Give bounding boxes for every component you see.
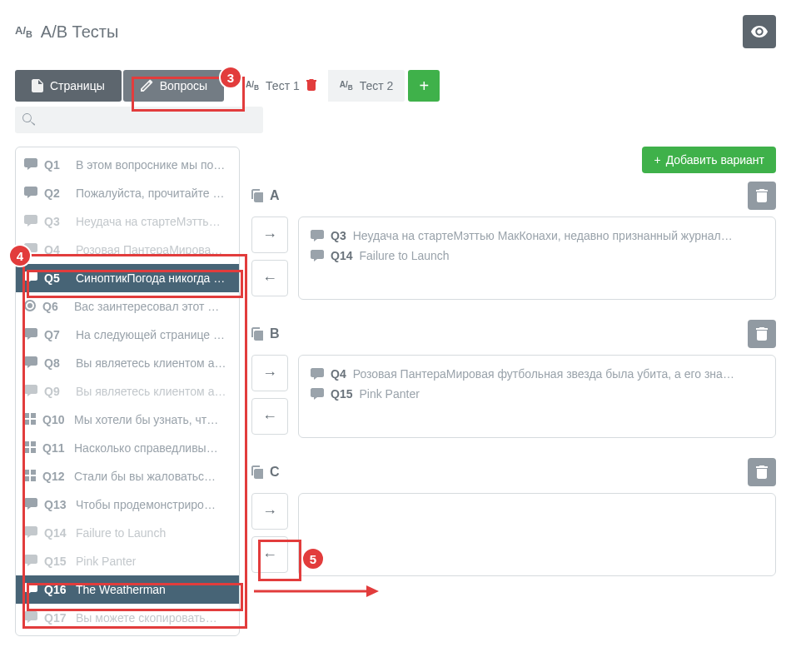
- move-left-button[interactable]: ←: [251, 536, 288, 573]
- svg-rect-7: [31, 420, 36, 425]
- preview-button[interactable]: [743, 15, 776, 48]
- test-tab-label: Тест 1: [266, 79, 300, 92]
- svg-rect-9: [31, 441, 36, 446]
- question-item[interactable]: Q13Чтобы продемонстриро…: [16, 490, 239, 519]
- grid-icon: [24, 413, 36, 427]
- search-row: [15, 107, 263, 133]
- add-variant-label: Добавить вариант: [666, 153, 764, 167]
- question-item[interactable]: Q15Pink Panter: [16, 547, 239, 575]
- variant-title: B: [251, 326, 280, 341]
- main-layout: Q1В этом вопроснике мы по…Q2Пожалуйста, …: [15, 147, 776, 636]
- question-item[interactable]: Q2Пожалуйста, прочитайте …: [16, 179, 239, 207]
- question-number: Q13: [44, 498, 69, 511]
- variant-label: B: [270, 326, 280, 341]
- variant-item[interactable]: Q14Failure to Launch: [311, 246, 764, 266]
- add-test-button[interactable]: +: [408, 70, 440, 102]
- add-variant-row: + Добавить вариант: [251, 147, 776, 173]
- question-item[interactable]: Q1В этом вопроснике мы по…: [16, 151, 239, 179]
- question-text: The Weatherman: [76, 583, 166, 596]
- question-text: Pink Panter: [76, 555, 136, 568]
- variant-drop-zone[interactable]: [298, 493, 776, 576]
- question-item[interactable]: Q8Вы являетесь клиентом а…: [16, 349, 239, 377]
- question-text: Чтобы продемонстриро…: [76, 498, 216, 511]
- move-right-button[interactable]: →: [251, 355, 288, 391]
- question-item[interactable]: Q4Розовая ПантераМирова…: [16, 236, 239, 264]
- question-text: Розовая ПантераМирова…: [76, 243, 222, 256]
- variant-item[interactable]: Q3Неудача на стартеМэттью МакКонахи, нед…: [311, 226, 764, 246]
- question-item[interactable]: Q17Вы можете скопировать…: [16, 604, 239, 632]
- variant-drop-zone[interactable]: Q4Розовая ПантераМировая футбольная звез…: [298, 355, 776, 438]
- question-number: Q17: [44, 611, 69, 625]
- question-item[interactable]: Q7На следующей странице …: [16, 321, 239, 349]
- question-item[interactable]: Q6Вас заинтересовал этот …: [16, 292, 239, 321]
- question-item[interactable]: Q5СиноптикПогода никогда …: [16, 264, 239, 292]
- tab-questions[interactable]: Вопросы: [123, 70, 224, 102]
- move-right-button[interactable]: →: [251, 217, 288, 253]
- variant-title: C: [251, 465, 280, 480]
- variant-title: A: [251, 188, 280, 203]
- variant-header: C: [251, 458, 776, 486]
- variant-body: →←Q4Розовая ПантераМировая футбольная зв…: [251, 355, 776, 438]
- delete-test-button[interactable]: [306, 79, 316, 93]
- variant-item[interactable]: Q15Pink Panter: [311, 384, 764, 404]
- question-text: Мы хотели бы узнать, чт…: [74, 413, 218, 426]
- search-icon: [22, 113, 35, 127]
- question-item[interactable]: Q9Вы являетесь клиентом а…: [16, 377, 239, 406]
- variant-body: →←: [251, 493, 776, 576]
- svg-rect-11: [31, 448, 36, 453]
- question-number: Q4: [331, 367, 346, 381]
- search-input[interactable]: [15, 107, 263, 133]
- ab-icon: A/B: [340, 80, 353, 92]
- question-item[interactable]: Q11Насколько справедливы…: [16, 434, 239, 462]
- question-item[interactable]: Q16The Weatherman: [16, 575, 239, 604]
- question-number: Q15: [331, 387, 352, 401]
- variant-label: A: [270, 188, 280, 203]
- move-left-button[interactable]: ←: [251, 398, 288, 435]
- question-item[interactable]: Q14Failure to Launch: [16, 519, 239, 547]
- add-variant-button[interactable]: + Добавить вариант: [642, 147, 776, 173]
- tab-pages[interactable]: Страницы: [15, 70, 122, 102]
- test-tab-label: Тест 2: [360, 79, 394, 92]
- grid-icon: [24, 441, 36, 455]
- svg-rect-15: [31, 476, 36, 481]
- question-number: Q3: [44, 215, 69, 228]
- page-icon: [32, 79, 43, 92]
- delete-variant-button[interactable]: [748, 458, 776, 486]
- svg-rect-12: [24, 470, 29, 475]
- right-panel: + Добавить вариант A→←Q3Неудача на старт…: [251, 147, 776, 596]
- test-tab-2[interactable]: A/B Тест 2: [328, 70, 405, 102]
- variant-drop-zone[interactable]: Q3Неудача на стартеМэттью МакКонахи, нед…: [298, 217, 776, 300]
- delete-variant-button[interactable]: [748, 182, 776, 210]
- arrow-column: →←: [251, 493, 288, 576]
- move-left-button[interactable]: ←: [251, 260, 288, 296]
- question-text: На следующей странице …: [76, 328, 225, 341]
- question-number: Q6: [42, 300, 67, 313]
- question-number: Q14: [44, 526, 69, 540]
- page-title: A/B Тесты: [41, 22, 119, 42]
- svg-point-3: [27, 303, 32, 308]
- chat-icon: [24, 583, 37, 597]
- chat-icon: [24, 187, 37, 201]
- question-number: Q10: [42, 413, 67, 426]
- question-item[interactable]: Q10Мы хотели бы узнать, чт…: [16, 406, 239, 434]
- delete-variant-button[interactable]: [748, 320, 776, 348]
- search-wrap: [15, 107, 263, 133]
- variant-item[interactable]: Q4Розовая ПантераМировая футбольная звез…: [311, 364, 764, 384]
- edit-icon: [140, 79, 153, 92]
- question-text: Failure to Launch: [76, 526, 166, 540]
- annotation-badge-5: 5: [301, 547, 325, 570]
- chat-icon: [24, 328, 37, 342]
- question-item[interactable]: Q3Неудача на стартеМэтть…: [16, 207, 239, 236]
- svg-rect-10: [24, 448, 29, 453]
- chat-icon: [24, 555, 37, 569]
- annotation-badge-4: 4: [8, 244, 32, 267]
- question-number: Q5: [44, 271, 69, 285]
- question-item[interactable]: Q12Стали бы вы жаловатьс…: [16, 462, 239, 490]
- move-right-button[interactable]: →: [251, 493, 288, 530]
- question-text: В этом вопроснике мы по…: [76, 158, 225, 172]
- svg-rect-8: [24, 441, 29, 446]
- arrow-column: →←: [251, 217, 288, 300]
- test-tab-1[interactable]: A/B Тест 1: [234, 70, 328, 102]
- radio-icon: [24, 300, 36, 314]
- test-tabs: A/B Тест 1 A/B Тест 2: [234, 70, 405, 102]
